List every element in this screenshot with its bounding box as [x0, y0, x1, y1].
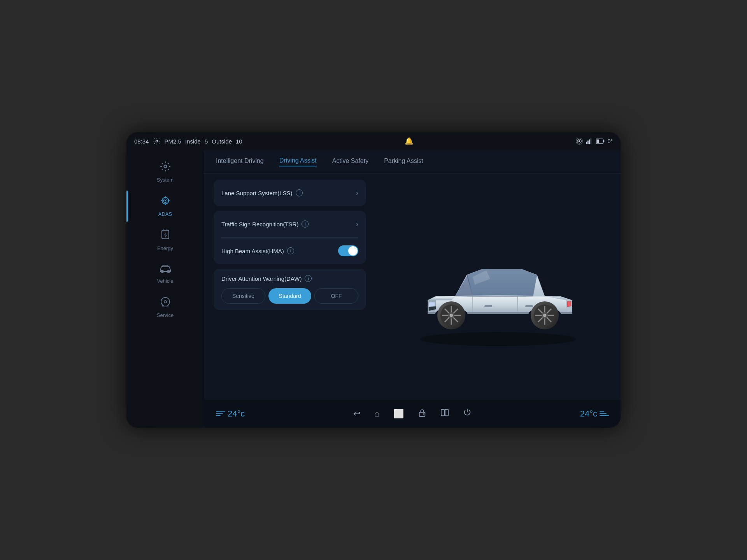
status-bar: 08:34 PM2.5 Inside 5 Outside 10 🔔: [126, 132, 621, 150]
temp-waves-right: [600, 411, 609, 416]
settings-panel: Lane Support System(LSS) i ›: [204, 173, 375, 400]
settings-status-icon: [153, 137, 161, 145]
outside-value: 10: [236, 138, 242, 145]
svg-point-18: [164, 301, 167, 303]
back-nav-icon[interactable]: ↩: [353, 409, 360, 419]
sidebar: System ADAS: [126, 150, 204, 428]
lss-label-group: Lane Support System(LSS) i: [221, 189, 303, 196]
svg-point-0: [156, 140, 158, 142]
wave-2: [216, 413, 223, 414]
hma-toggle[interactable]: [338, 245, 358, 256]
wave-1: [216, 411, 225, 412]
temperature-status: 0°: [608, 138, 613, 144]
tab-active-safety[interactable]: Active Safety: [332, 158, 368, 166]
svg-rect-7: [590, 138, 591, 144]
tsr-row[interactable]: Traffic Sign Recognition(TSR) i ›: [221, 211, 358, 237]
tab-bar: Intelligent Driving Driving Assist Activ…: [204, 150, 621, 173]
svg-point-14: [165, 200, 166, 201]
sidebar-item-system[interactable]: System: [126, 156, 204, 187]
hma-label-group: High Beam Assist(HMA) i: [221, 247, 294, 254]
hma-toggle-knob: [348, 246, 358, 256]
svg-rect-6: [589, 140, 590, 144]
svg-rect-43: [445, 410, 448, 416]
svg-rect-10: [596, 140, 599, 143]
daw-sensitive-btn[interactable]: Sensitive: [221, 288, 265, 304]
sidebar-item-service[interactable]: Service: [126, 292, 204, 323]
temp-right: 24°c: [580, 409, 609, 419]
temp-left: 24°c: [216, 409, 245, 419]
tsr-info-icon[interactable]: i: [302, 220, 309, 228]
car-image: [405, 224, 591, 349]
lss-label-text: Lane Support System(LSS): [221, 190, 293, 196]
screen: 08:34 PM2.5 Inside 5 Outside 10 🔔: [126, 132, 621, 428]
sidebar-item-energy[interactable]: Energy: [126, 225, 204, 256]
home-nav-icon[interactable]: ⌂: [374, 409, 379, 419]
lss-card: Lane Support System(LSS) i ›: [214, 180, 366, 206]
battery-icon: [596, 138, 605, 144]
wave-3: [216, 415, 221, 416]
sidebar-system-label: System: [157, 177, 174, 183]
lss-row[interactable]: Lane Support System(LSS) i ›: [221, 180, 358, 206]
pm25-label: PM2.5: [165, 138, 181, 145]
gps-icon: [576, 138, 583, 145]
svg-rect-21: [525, 305, 533, 307]
sidebar-energy-label: Energy: [157, 245, 173, 251]
status-center: 🔔: [405, 137, 413, 145]
hma-row: High Beam Assist(HMA) i: [221, 237, 358, 264]
daw-off-btn[interactable]: OFF: [314, 288, 358, 304]
sidebar-item-vehicle[interactable]: Vehicle: [126, 259, 204, 289]
tab-parking-assist[interactable]: Parking Assist: [384, 158, 423, 166]
power-nav-icon[interactable]: [463, 408, 472, 419]
sidebar-adas-label: ADAS: [158, 211, 172, 217]
inside-label: Inside: [185, 138, 201, 145]
daw-info-icon[interactable]: i: [305, 275, 312, 282]
main-content: System ADAS: [126, 150, 621, 428]
recent-nav-icon[interactable]: ⬜: [393, 409, 404, 419]
svg-rect-5: [587, 141, 588, 144]
daw-options: Sensitive Standard OFF: [221, 288, 358, 304]
svg-point-39: [543, 314, 546, 317]
temp-right-value: 24°c: [580, 409, 597, 419]
svg-point-1: [578, 140, 580, 142]
nav-icons: ↩ ⌂ ⬜: [353, 408, 472, 419]
hma-label-text: High Beam Assist(HMA): [221, 248, 284, 254]
content-area: Lane Support System(LSS) i ›: [204, 173, 621, 400]
daw-label-row: Driver Attention Warning(DAW) i: [221, 275, 358, 282]
service-icon: [160, 296, 171, 310]
svg-point-11: [164, 165, 167, 168]
outside-label: Outside: [212, 138, 232, 145]
lock-nav-icon[interactable]: [418, 408, 426, 419]
tab-driving-assist[interactable]: Driving Assist: [279, 157, 317, 166]
adas-icon: [160, 195, 171, 209]
wave-r2: [600, 413, 607, 414]
tsr-label-group: Traffic Sign Recognition(TSR) i: [221, 220, 309, 228]
tsr-hma-card: Traffic Sign Recognition(TSR) i › High B…: [214, 211, 366, 264]
svg-point-41: [423, 413, 424, 415]
status-left: 08:34 PM2.5 Inside 5 Outside 10: [134, 137, 242, 145]
wave-r1: [600, 411, 604, 412]
hma-info-icon[interactable]: i: [287, 247, 294, 254]
svg-rect-20: [484, 305, 492, 307]
sidebar-vehicle-label: Vehicle: [157, 278, 174, 284]
bell-icon[interactable]: 🔔: [405, 137, 413, 145]
lss-chevron-icon: ›: [356, 189, 358, 197]
lss-info-icon[interactable]: i: [296, 189, 303, 196]
daw-label-text: Driver Attention Warning(DAW): [221, 275, 302, 282]
svg-point-19: [420, 332, 576, 346]
time-display: 08:34: [134, 138, 149, 145]
sidebar-service-label: Service: [157, 312, 174, 318]
status-right: 0°: [576, 138, 613, 145]
split-nav-icon[interactable]: [440, 408, 449, 419]
svg-point-31: [450, 314, 453, 317]
svg-rect-42: [441, 410, 444, 416]
svg-rect-4: [586, 142, 587, 144]
sidebar-item-adas[interactable]: ADAS: [126, 191, 204, 222]
system-icon: [160, 161, 171, 175]
tab-intelligent-driving[interactable]: Intelligent Driving: [216, 158, 264, 166]
temp-left-value: 24°c: [228, 409, 245, 419]
energy-icon: [161, 229, 170, 243]
daw-standard-btn[interactable]: Standard: [268, 288, 312, 304]
bottom-bar: 24°c ↩ ⌂ ⬜: [204, 400, 621, 428]
right-panel: Intelligent Driving Driving Assist Activ…: [204, 150, 621, 428]
svg-rect-9: [603, 140, 604, 142]
